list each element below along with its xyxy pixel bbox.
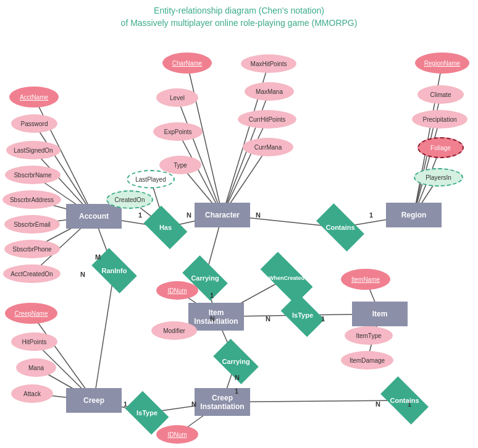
attr-regionname: RegionName bbox=[415, 53, 469, 74]
cardinality-c5: M bbox=[95, 253, 101, 261]
svg-line-25 bbox=[414, 119, 440, 215]
attr-currmana: CurrMana bbox=[243, 138, 293, 156]
cardinality-c12: 1 bbox=[235, 387, 238, 395]
rel-istype-item: IsType bbox=[284, 303, 321, 328]
attr-foliage: Foliage bbox=[417, 137, 464, 158]
entity-item-instantiation: Item Instantiation bbox=[188, 303, 244, 331]
cardinality-c13: 1 bbox=[124, 400, 127, 408]
attr-sbscrbrphone: SbscrbrPhone bbox=[4, 240, 60, 258]
diagram-title: Entity-relationship diagram (Chen's nota… bbox=[0, 0, 478, 29]
cardinality-c11: N bbox=[235, 374, 240, 381]
attr-maxmana: MaxMana bbox=[245, 82, 294, 101]
attr-mana-creep: Mana bbox=[16, 358, 56, 377]
attr-lastplayed: LastPlayed bbox=[127, 170, 175, 188]
attr-password: Password bbox=[11, 114, 57, 133]
entity-creep-instantiation: Creep Instantiation bbox=[195, 388, 250, 416]
svg-line-48 bbox=[94, 271, 114, 400]
cardinality-c14: N bbox=[191, 400, 196, 408]
attr-level: Level bbox=[156, 88, 198, 107]
diagram-container: Entity-relationship diagram (Chen's nota… bbox=[0, 0, 478, 448]
rel-raninfo: RanInfo bbox=[94, 258, 134, 283]
entity-creep: Creep bbox=[66, 388, 122, 413]
attr-lastsignedon: LastSignedOn bbox=[6, 141, 61, 159]
attr-exppoints: ExpPoints bbox=[153, 122, 203, 141]
attr-attack: Attack bbox=[11, 384, 53, 403]
rel-has: Has bbox=[147, 215, 184, 240]
attr-maxhitpoints: MaxHitPoints bbox=[241, 54, 296, 73]
cardinality-c9: N bbox=[266, 315, 270, 323]
attr-climate: Climate bbox=[417, 85, 464, 104]
attr-sbscrbraddress: SbscrbrAddress bbox=[2, 190, 61, 209]
cardinality-c7: 1 bbox=[210, 292, 214, 299]
attr-charname: CharName bbox=[162, 53, 212, 74]
cardinality-c6: N bbox=[80, 271, 85, 278]
rel-contains-creep: Contains bbox=[383, 388, 426, 413]
attr-creepname: CreepName bbox=[5, 303, 57, 324]
attr-playersin: PlayersIn bbox=[414, 168, 463, 187]
attr-idnum1: IDNum bbox=[156, 281, 198, 300]
attr-sbscrbrname: SbscrbrName bbox=[5, 166, 61, 184]
cardinality-c4: 1 bbox=[369, 211, 373, 219]
attr-precipitation: Precipitation bbox=[412, 110, 468, 129]
attr-hitpoints: HitPoints bbox=[11, 332, 57, 351]
cardinality-c3: N bbox=[256, 211, 261, 219]
rel-istype-creep: IsType bbox=[128, 400, 166, 425]
attr-modifier: Modifier bbox=[151, 321, 197, 340]
attr-itemdamage: ItemDamage bbox=[341, 351, 393, 370]
attr-acctname: AcctName bbox=[9, 87, 59, 108]
cardinality-c1: 1 bbox=[138, 211, 142, 219]
attr-currhitpoints: CurrHitPoints bbox=[238, 110, 296, 129]
cardinality-c15: N bbox=[375, 400, 380, 408]
entity-region: Region bbox=[386, 203, 442, 227]
cardinality-c2: N bbox=[187, 211, 191, 219]
svg-line-11 bbox=[222, 119, 267, 215]
cardinality-c10: 1 bbox=[321, 315, 325, 323]
attr-itemtype: ItemType bbox=[345, 326, 393, 345]
rel-whencreated: WhenCreated bbox=[262, 266, 311, 290]
entity-item: Item bbox=[352, 302, 408, 326]
attr-itemname: ItemName bbox=[341, 269, 390, 290]
attr-idnum2: IDNum bbox=[156, 425, 198, 444]
cardinality-c8: N bbox=[210, 315, 215, 323]
attr-sbscrbrermail: SbscrbrEmail bbox=[4, 215, 60, 234]
attr-acctcreatedon: AcctCreatedOn bbox=[3, 264, 61, 283]
entity-character: Character bbox=[195, 203, 250, 227]
attr-createdon: CreatedOn bbox=[106, 190, 153, 209]
rel-contains-region: Contains bbox=[319, 215, 362, 240]
rel-carrying2: Carrying bbox=[216, 349, 256, 374]
entity-account: Account bbox=[66, 204, 122, 229]
